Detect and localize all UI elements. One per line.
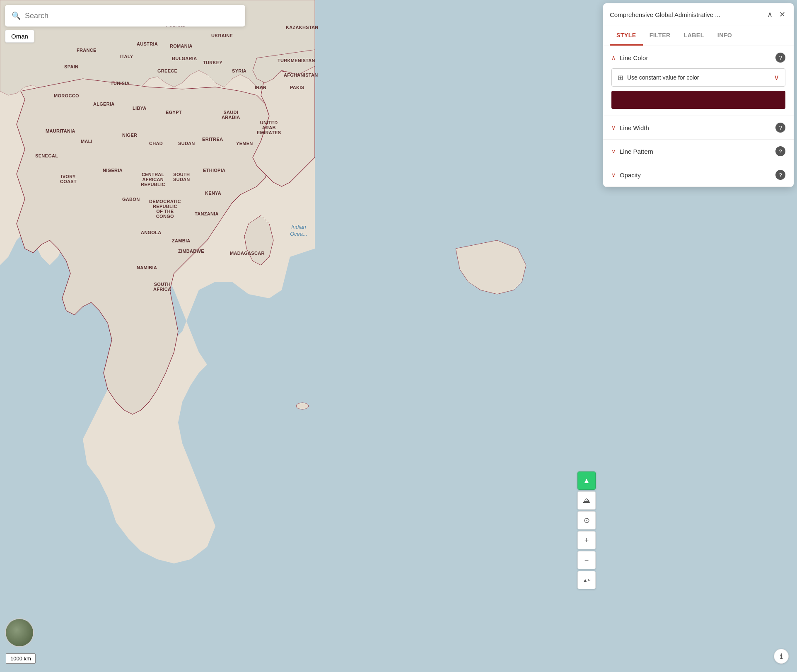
- collapse-panel-button[interactable]: ∧: [766, 9, 774, 20]
- opacity-help-button[interactable]: ?: [775, 170, 785, 180]
- line-color-help-button[interactable]: ?: [775, 53, 785, 63]
- section-opacity-header[interactable]: ∨ Opacity ?: [611, 170, 785, 180]
- section-opacity: ∨ Opacity ?: [603, 163, 794, 187]
- north-button[interactable]: ▲N: [577, 571, 596, 589]
- section-line-width: ∨ Line Width ?: [603, 116, 794, 140]
- minimap-inner: [6, 619, 33, 646]
- tab-info[interactable]: INFO: [711, 26, 739, 46]
- info-button[interactable]: ℹ: [774, 649, 789, 664]
- line-color-chevron-up: ∧: [611, 54, 616, 61]
- map-controls: ▲ ⛰ ⊙ + − ▲N: [577, 471, 596, 589]
- tab-style[interactable]: STYLE: [610, 26, 643, 46]
- table-icon: ⊞: [618, 74, 623, 82]
- zoom-in-button[interactable]: +: [577, 531, 596, 549]
- line-pattern-title: Line Pattern: [620, 148, 653, 155]
- opacity-chevron: ∨: [611, 172, 616, 178]
- svg-point-1: [296, 403, 309, 409]
- line-width-chevron: ∨: [611, 124, 616, 131]
- dropdown-label: Use constant value for color: [627, 74, 699, 81]
- terrain-outline-button[interactable]: ⛰: [577, 491, 596, 510]
- line-width-help-button[interactable]: ?: [775, 123, 785, 133]
- section-line-width-header[interactable]: ∨ Line Width ?: [611, 123, 785, 133]
- search-icon: 🔍: [12, 11, 21, 20]
- panel-body: ∧ Line Color ? ⊞ Use constant value for …: [603, 46, 794, 187]
- minimap[interactable]: [5, 618, 34, 647]
- panel-tabs: STYLE FILTER LABEL INFO: [603, 26, 794, 46]
- tab-label[interactable]: LABEL: [677, 26, 711, 46]
- section-line-pattern: ∨ Line Pattern ?: [603, 140, 794, 163]
- search-bar[interactable]: 🔍: [5, 5, 245, 27]
- dropdown-chevron-icon: ∨: [774, 73, 779, 82]
- search-input[interactable]: [25, 12, 239, 20]
- line-width-title: Line Width: [620, 124, 649, 131]
- tab-filter[interactable]: FILTER: [643, 26, 677, 46]
- panel-header: Comprehensive Global Administrative ... …: [603, 3, 794, 26]
- section-line-pattern-header[interactable]: ∨ Line Pattern ?: [611, 146, 785, 156]
- terrain-green-button[interactable]: ▲: [577, 471, 596, 490]
- oman-button[interactable]: Oman: [5, 30, 34, 43]
- zoom-out-button[interactable]: −: [577, 551, 596, 569]
- section-line-color-header[interactable]: ∧ Line Color ?: [611, 53, 785, 63]
- right-panel: Comprehensive Global Administrative ... …: [603, 3, 794, 187]
- close-panel-button[interactable]: ✕: [778, 9, 787, 20]
- line-pattern-help-button[interactable]: ?: [775, 146, 785, 156]
- panel-title: Comprehensive Global Administrative ...: [610, 11, 762, 18]
- line-color-title: Line Color: [620, 54, 648, 61]
- color-dropdown[interactable]: ⊞ Use constant value for color ∨: [611, 68, 785, 87]
- opacity-title: Opacity: [620, 172, 641, 179]
- line-pattern-chevron: ∨: [611, 148, 616, 155]
- scale-bar: 1000 km: [6, 653, 36, 664]
- section-line-color: ∧ Line Color ? ⊞ Use constant value for …: [603, 46, 794, 116]
- panel-header-buttons: ∧ ✕: [766, 9, 787, 20]
- color-swatch[interactable]: [611, 91, 785, 109]
- compass-button[interactable]: ⊙: [577, 511, 596, 529]
